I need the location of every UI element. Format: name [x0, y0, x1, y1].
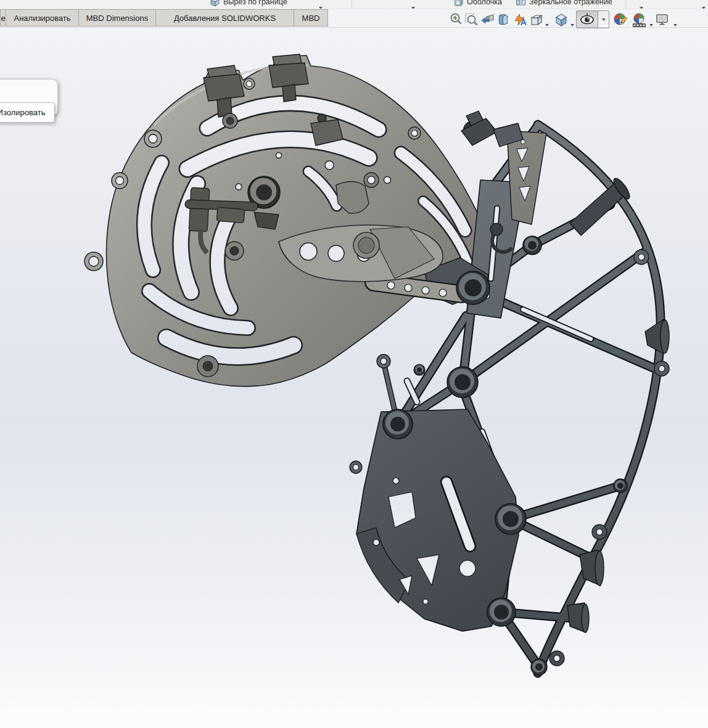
solidworks-window: Вырез по границе Оболочка: [0, 0, 708, 728]
chevron-down-icon[interactable]: [319, 1, 323, 9]
tab-label: Анализировать: [14, 14, 70, 23]
tab-partial-left[interactable]: е: [0, 9, 6, 27]
boundary-cut-icon: [210, 0, 220, 7]
tab-label: MBD Dimensions: [86, 14, 148, 23]
chevron-down-icon[interactable]: [411, 1, 415, 9]
tab-label: MBD: [302, 14, 320, 23]
separator: [625, 0, 626, 9]
tab-mbd-dimensions[interactable]: MBD Dimensions: [79, 9, 156, 27]
tab-label: Добавления SOLIDWORKS: [174, 14, 276, 23]
ribbon-shell-label: Оболочка: [467, 0, 502, 6]
tab-partial-label: е: [1, 14, 5, 23]
ribbon-boundary-cut-label: Вырез по границе: [223, 0, 287, 6]
ribbon-mirror-command[interactable]: Зеркальное отражение: [516, 0, 612, 9]
tab-analyze[interactable]: Анализировать: [6, 9, 79, 27]
tab-bar-underline: [0, 27, 708, 28]
ribbon-tab-bar: е Анализировать MBD Dimensions Добавлени…: [0, 9, 708, 28]
isolate-label: Изолировать: [0, 108, 45, 117]
ribbon-shell-command[interactable]: Оболочка: [453, 0, 502, 9]
mirror-icon: [516, 0, 526, 7]
isolate-button[interactable]: Изолировать: [0, 102, 55, 123]
tab-mbd[interactable]: MBD: [294, 9, 328, 27]
chevron-down-icon[interactable]: [640, 1, 643, 9]
ribbon-commands-strip: Вырез по границе Оболочка: [0, 0, 708, 9]
separator: [352, 0, 352, 9]
ribbon-mirror-label: Зеркальное отражение: [529, 0, 612, 6]
chevron-down-icon[interactable]: [702, 1, 706, 9]
viewport-3d[interactable]: [0, 0, 708, 728]
tab-solidworks-addins[interactable]: Добавления SOLIDWORKS: [156, 9, 294, 27]
ribbon-boundary-cut-command[interactable]: Вырез по границе: [210, 0, 287, 9]
shell-icon: [453, 0, 464, 7]
